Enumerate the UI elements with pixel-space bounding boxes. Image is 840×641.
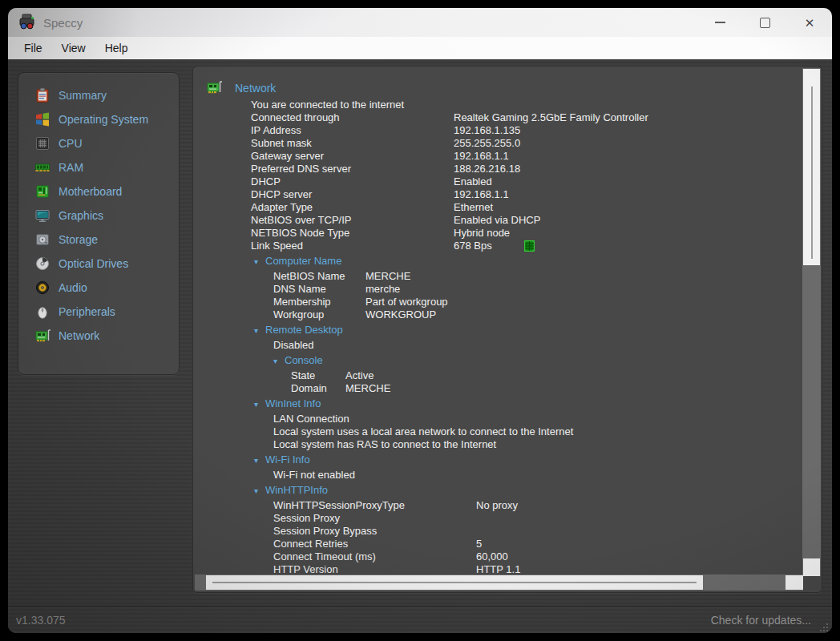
detail-row: Connect Timeout (ms)60,000 (193, 550, 822, 563)
field-label: IP Address (251, 124, 301, 137)
section-row: ▾Console (193, 354, 822, 367)
vertical-scrollbar[interactable] (802, 68, 821, 576)
sidebar-item-cpu[interactable]: CPU (18, 131, 179, 155)
detail-row: WorkgroupWORKGROUP (193, 308, 822, 321)
collapse-arrow-icon[interactable]: ▾ (254, 454, 258, 466)
field-value: Enabled via DHCP (454, 214, 540, 227)
vertical-scrollbar-button[interactable] (803, 558, 820, 576)
sidebar-item-peripherals[interactable]: Peripherals (18, 300, 179, 324)
minimize-icon (715, 22, 725, 23)
sidebar-item-optical-drives[interactable]: Optical Drives (18, 252, 179, 276)
collapse-arrow-icon[interactable]: ▾ (254, 325, 258, 337)
page-title: Network (235, 82, 276, 95)
sidebar: SummaryOperating SystemCPURAMMotherboard… (18, 72, 180, 375)
sidebar-item-storage[interactable]: Storage (18, 228, 179, 252)
window-controls: ✕ (697, 8, 832, 37)
network-detail-rows: You are connected to the internetConnect… (193, 99, 822, 589)
detail-row: DHCPEnabled (193, 175, 822, 188)
field-value: 60,000 (476, 550, 508, 563)
field-value: Part of workgroup (365, 296, 448, 308)
maximize-button[interactable] (742, 8, 787, 37)
field-value: 5 (476, 538, 482, 550)
collapse-arrow-icon[interactable]: ▾ (254, 485, 258, 497)
field-label: Connect Retries (273, 538, 348, 550)
horizontal-scrollbar-thumb[interactable] (206, 575, 703, 590)
window-title: Speccy (43, 16, 83, 30)
detail-row: You are connected to the internet (193, 99, 822, 111)
sidebar-item-ram[interactable]: RAM (18, 155, 179, 179)
subsection-title[interactable]: Remote Desktop (265, 324, 343, 337)
status-bar: v1.33.075 Check for updates... (8, 606, 832, 633)
field-value: merche (365, 283, 400, 296)
subsection-title[interactable]: Wi-Fi Info (265, 454, 310, 466)
detail-row: LAN Connection (193, 413, 822, 425)
field-value: No proxy (476, 499, 518, 512)
subsection-title[interactable]: WinHTTPInfo (265, 484, 328, 497)
field-label: Membership (273, 296, 331, 308)
field-label: Workgroup (273, 308, 324, 321)
field-value: Hybrid node (454, 227, 510, 240)
section-row: ▾Computer Name (193, 255, 822, 268)
audio-icon (34, 280, 50, 296)
speccy-logo-icon (18, 14, 37, 31)
detail-row: Local system uses a local area network t… (193, 425, 822, 438)
horizontal-scrollbar-button[interactable] (785, 575, 803, 590)
resize-grip[interactable] (819, 621, 829, 631)
menu-help[interactable]: Help (95, 37, 138, 59)
field-label: WinHTTPSessionProxyType (273, 499, 405, 512)
sidebar-item-summary[interactable]: Summary (18, 83, 179, 107)
sidebar-item-label: Peripherals (59, 305, 115, 318)
detail-row: Connected throughRealtek Gaming 2.5GbE F… (193, 111, 822, 124)
field-label: Domain (291, 382, 327, 395)
title-bar: Speccy ✕ (8, 8, 832, 37)
subsection-title[interactable]: Computer Name (265, 255, 341, 268)
horizontal-scrollbar[interactable] (195, 574, 803, 591)
detail-row: Preferred DNS server188.26.216.18 (193, 163, 822, 175)
field-label: Local system has RAS to connect to the I… (273, 438, 496, 451)
sidebar-item-network[interactable]: Network (18, 324, 179, 348)
field-value: Ethernet (454, 201, 493, 214)
field-label: LAN Connection (273, 413, 349, 425)
screenshot-stage: Speccy ✕ FileViewHelp SummaryOperating S… (0, 0, 840, 641)
scrollbar-grip-line (811, 87, 813, 259)
field-value: Active (345, 369, 374, 382)
collapse-arrow-icon[interactable]: ▾ (254, 256, 258, 268)
vertical-scrollbar-thumb[interactable] (803, 69, 820, 265)
storage-icon (34, 232, 50, 248)
field-value: 192.168.1.1 (454, 150, 509, 163)
sidebar-item-motherboard[interactable]: Motherboard (18, 179, 179, 204)
main-panel: Network You are connected to the interne… (192, 66, 822, 593)
collapse-arrow-icon[interactable]: ▾ (273, 355, 277, 367)
field-label: NetBIOS over TCP/IP (251, 214, 351, 227)
detail-row: WinHTTPSessionProxyTypeNo proxy (193, 499, 822, 512)
detail-row: StateActive (193, 369, 822, 382)
subsection-title[interactable]: Console (285, 354, 323, 367)
detail-row: Session Proxy Bypass (193, 525, 822, 538)
field-label: Session Proxy (273, 512, 340, 525)
field-label: Connect Timeout (ms) (273, 550, 376, 563)
section-row: ▾Wi-Fi Info (193, 454, 822, 466)
field-label: Disabled (273, 339, 314, 352)
close-icon: ✕ (805, 17, 815, 29)
field-label: NetBIOS Name (273, 270, 345, 283)
menu-file[interactable]: File (14, 37, 52, 59)
field-label: Wi-Fi not enabled (273, 469, 355, 482)
close-button[interactable]: ✕ (787, 8, 832, 37)
sidebar-item-label: Motherboard (59, 185, 122, 198)
sidebar-item-audio[interactable]: Audio (18, 276, 179, 300)
sidebar-item-label: Operating System (59, 113, 148, 126)
sidebar-item-label: Graphics (59, 209, 103, 222)
check-for-updates-link[interactable]: Check for updates... (711, 614, 811, 627)
detail-row: NETBIOS Node TypeHybrid node (193, 227, 822, 240)
menu-view[interactable]: View (52, 37, 95, 59)
sidebar-item-graphics[interactable]: Graphics (18, 204, 179, 228)
collapse-arrow-icon[interactable]: ▾ (254, 398, 258, 410)
sidebar-item-operating-system[interactable]: Operating System (18, 107, 179, 131)
cpu-icon (34, 135, 50, 151)
detail-row: NetBIOS over TCP/IPEnabled via DHCP (193, 214, 822, 227)
minimize-button[interactable] (697, 8, 742, 37)
optical-drive-icon (34, 256, 50, 272)
sidebar-item-label: Audio (59, 281, 87, 294)
field-label: You are connected to the internet (251, 99, 404, 111)
subsection-title[interactable]: WinInet Info (265, 397, 321, 410)
